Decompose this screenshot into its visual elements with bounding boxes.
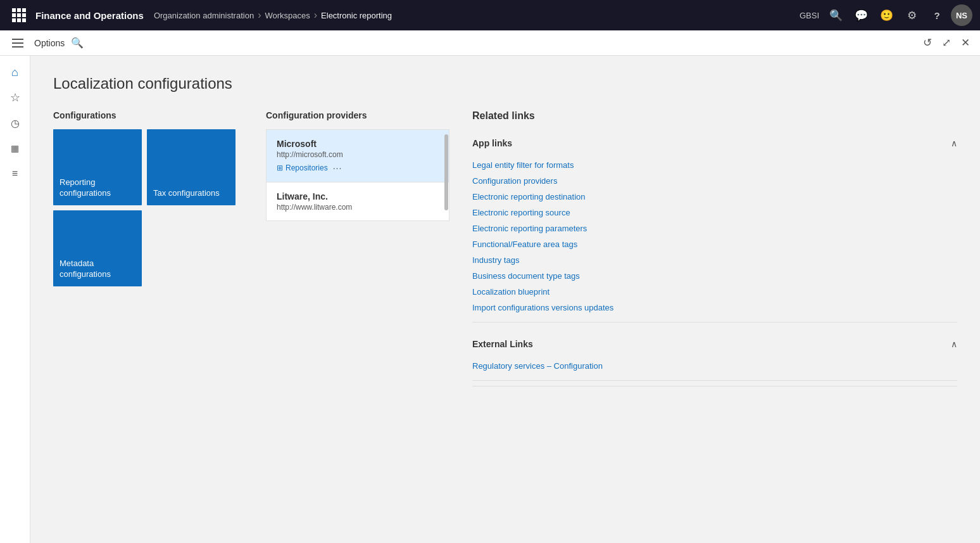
- brand-title: Finance and Operations: [30, 10, 154, 21]
- smiley-button[interactable]: 🙂: [875, 4, 898, 27]
- breadcrumb-workspaces[interactable]: Workspaces: [265, 11, 310, 20]
- sidebar-star-icon[interactable]: ☆: [4, 86, 27, 109]
- provider-litware-name: Litware, Inc.: [277, 191, 439, 201]
- app-links-list: Legal entity filter for formats Configur…: [472, 155, 957, 322]
- page-title: Localization configurations: [53, 75, 957, 93]
- chat-button[interactable]: 💬: [850, 4, 872, 27]
- user-avatar[interactable]: NS: [951, 4, 972, 26]
- provider-litware[interactable]: Litware, Inc. http://www.litware.com: [267, 182, 449, 220]
- top-navigation-bar: Finance and Operations Organization admi…: [0, 0, 980, 30]
- top-right-actions: GBSI 🔍 💬 🙂 ⚙ ? NS: [800, 4, 972, 27]
- metadata-configurations-tile[interactable]: Metadata configurations: [53, 210, 142, 286]
- repositories-link[interactable]: ⊞ Repositories: [277, 163, 328, 172]
- options-bar: Options 🔍 ↺ ⤢ ✕: [0, 30, 980, 56]
- breadcrumb-sep-2: ›: [314, 10, 317, 21]
- external-links-title: External Links: [472, 339, 533, 349]
- config-providers-section: Configuration providers Microsoft http:/…: [266, 110, 449, 221]
- app-grid-button[interactable]: [8, 4, 30, 27]
- spacer: [472, 323, 957, 333]
- content-grid: Configurations Reporting configurations …: [53, 110, 957, 392]
- link-industry-tags[interactable]: Industry tags: [472, 252, 957, 268]
- expand-icon[interactable]: ⤢: [939, 34, 953, 52]
- left-sidebar: ⌂ ☆ ◷ ▦ ≡: [0, 56, 30, 543]
- providers-container: Microsoft http://microsoft.com ⊞ Reposit…: [266, 129, 449, 221]
- options-label: Options: [34, 38, 65, 48]
- configurations-section: Configurations Reporting configurations …: [53, 110, 243, 286]
- provider-litware-url: http://www.litware.com: [277, 203, 439, 212]
- configurations-section-title: Configurations: [53, 110, 243, 120]
- link-business-doc-tags[interactable]: Business document type tags: [472, 268, 957, 284]
- config-tiles: Reporting configurations Tax configurati…: [53, 129, 243, 286]
- tenant-label: GBSI: [800, 11, 819, 20]
- external-links-header[interactable]: External Links ∧: [472, 333, 957, 355]
- settings-button[interactable]: ⚙: [900, 4, 923, 27]
- sidebar-home-icon[interactable]: ⌂: [4, 61, 27, 84]
- related-links-section: Related links App links ∧ Legal entity f…: [472, 110, 957, 392]
- bottom-divider: [472, 386, 957, 386]
- options-search-icon[interactable]: 🔍: [71, 37, 84, 49]
- breadcrumb-sep-1: ›: [258, 10, 261, 21]
- hamburger-line-1: [12, 39, 23, 40]
- provider-microsoft-name: Microsoft: [277, 139, 439, 149]
- breadcrumb: Organization administration › Workspaces…: [154, 10, 392, 21]
- provider-ellipsis-button[interactable]: ···: [333, 163, 342, 173]
- app-links-header[interactable]: App links ∧: [472, 132, 957, 155]
- close-icon[interactable]: ✕: [958, 34, 972, 52]
- search-button[interactable]: 🔍: [824, 4, 847, 27]
- link-import-configs[interactable]: Import configurations versions updates: [472, 300, 957, 316]
- sidebar-calendar-icon[interactable]: ▦: [4, 137, 27, 160]
- grid-icon: [12, 8, 26, 22]
- providers-section-title: Configuration providers: [266, 110, 449, 120]
- breadcrumb-org-admin[interactable]: Organization administration: [154, 11, 254, 20]
- help-button[interactable]: ?: [926, 4, 948, 27]
- external-links-list: Regulatory services – Configuration: [472, 355, 957, 380]
- second-bar-right: ↺ ⤢ ✕: [920, 34, 972, 52]
- external-links-chevron-icon: ∧: [951, 339, 957, 349]
- app-links-title: App links: [472, 138, 512, 148]
- link-legal-entity[interactable]: Legal entity filter for formats: [472, 157, 957, 173]
- providers-list: Microsoft http://microsoft.com ⊞ Reposit…: [266, 129, 449, 221]
- main-layout: ⌂ ☆ ◷ ▦ ≡ Localization configurations Co…: [0, 56, 980, 543]
- refresh-icon[interactable]: ↺: [920, 34, 934, 52]
- link-localization-blueprint[interactable]: Localization blueprint: [472, 284, 957, 300]
- provider-microsoft[interactable]: Microsoft http://microsoft.com ⊞ Reposit…: [267, 130, 449, 182]
- link-er-source[interactable]: Electronic reporting source: [472, 205, 957, 220]
- app-links-chevron-icon: ∧: [951, 138, 957, 148]
- tax-configurations-tile[interactable]: Tax configurations: [147, 129, 236, 205]
- link-er-destination[interactable]: Electronic reporting destination: [472, 189, 957, 205]
- repos-icon: ⊞: [277, 163, 283, 172]
- provider-microsoft-actions: ⊞ Repositories ···: [277, 163, 439, 173]
- external-links-section: External Links ∧ Regulatory services – C…: [472, 333, 957, 381]
- app-links-section: App links ∧ Legal entity filter for form…: [472, 132, 957, 323]
- page-content: Localization configurations Configuratio…: [30, 56, 980, 543]
- link-regulatory-services[interactable]: Regulatory services – Configuration: [472, 358, 957, 374]
- related-links-title: Related links: [472, 110, 957, 122]
- link-config-providers[interactable]: Configuration providers: [472, 173, 957, 189]
- hamburger-line-2: [12, 42, 23, 44]
- link-functional-tags[interactable]: Functional/Feature area tags: [472, 236, 957, 252]
- breadcrumb-electronic-reporting[interactable]: Electronic reporting: [321, 11, 392, 20]
- reporting-configurations-tile[interactable]: Reporting configurations: [53, 129, 142, 205]
- hamburger-menu-button[interactable]: [8, 33, 28, 53]
- link-er-parameters[interactable]: Electronic reporting parameters: [472, 220, 957, 236]
- providers-scrollbar[interactable]: [444, 134, 448, 210]
- sidebar-clock-icon[interactable]: ◷: [4, 112, 27, 134]
- sidebar-list-icon[interactable]: ≡: [4, 162, 27, 185]
- hamburger-line-3: [12, 46, 23, 48]
- provider-microsoft-url: http://microsoft.com: [277, 150, 439, 159]
